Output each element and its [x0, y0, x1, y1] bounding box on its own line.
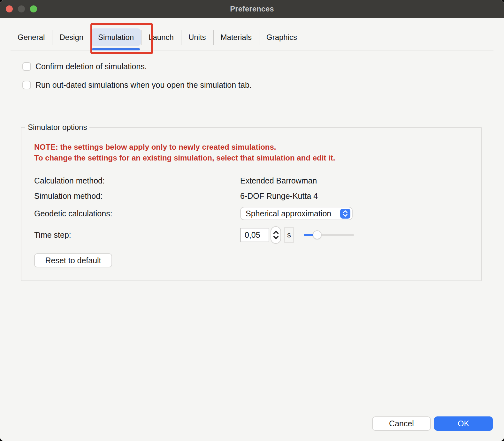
up-down-chevrons-icon [340, 209, 350, 219]
tab-general[interactable]: General [11, 28, 52, 46]
time-step-input[interactable] [240, 228, 269, 242]
run-outdated-row: Run out-dated simulations when you open … [22, 80, 504, 90]
tab-label: Simulation [98, 33, 134, 42]
cancel-button[interactable]: Cancel [372, 416, 431, 431]
slider-fill [304, 234, 314, 236]
confirm-deletion-checkbox[interactable] [22, 62, 31, 71]
option-rows: Calculation method: Extended Barrowman S… [34, 173, 468, 245]
run-outdated-checkbox[interactable] [22, 81, 31, 89]
tab-graphics[interactable]: Graphics [259, 28, 304, 46]
tab-bar: General Design Simulation Launch Units M… [11, 28, 504, 46]
simulation-method-value: 6-DOF Runge-Kutta 4 [240, 191, 468, 201]
note-line-1: NOTE: the settings below apply only to n… [34, 142, 468, 153]
time-step-spinner[interactable] [271, 226, 281, 244]
tab-units[interactable]: Units [181, 28, 213, 46]
preferences-window: Preferences General Design Simulation La… [0, 0, 504, 441]
chevron-up-icon[interactable] [273, 230, 279, 235]
confirm-deletion-row: Confirm deletion of simulations. [22, 62, 504, 71]
simulator-options-group: Simulator options NOTE: the settings bel… [21, 127, 482, 281]
slider-thumb[interactable] [313, 230, 322, 239]
simulation-method-row: Simulation method: 6-DOF Runge-Kutta 4 [34, 188, 468, 204]
geodetic-selected-value: Spherical approximation [246, 209, 331, 218]
time-step-label: Time step: [34, 230, 240, 240]
tab-label: Materials [221, 33, 252, 42]
run-outdated-label[interactable]: Run out-dated simulations when you open … [35, 80, 252, 90]
time-step-row: Time step: s [34, 225, 468, 245]
confirm-deletion-label[interactable]: Confirm deletion of simulations. [35, 62, 147, 71]
tab-label: Units [188, 33, 206, 42]
note-line-2: To change the settings for an existing s… [34, 153, 468, 163]
calculation-method-label: Calculation method: [34, 176, 240, 185]
geodetic-calculations-select[interactable]: Spherical approximation [240, 207, 353, 220]
time-step-unit-selector[interactable]: s [284, 227, 294, 243]
calculation-method-value: Extended Barrowman [240, 176, 468, 185]
tab-label: Design [59, 33, 83, 42]
tab-simulation[interactable]: Simulation [91, 28, 141, 46]
time-step-slider[interactable] [304, 230, 354, 239]
time-step-controls: s [240, 226, 468, 244]
calculation-method-row: Calculation method: Extended Barrowman [34, 173, 468, 188]
geodetic-calculations-row: Geodetic calculations: Spherical approxi… [34, 204, 468, 223]
simulation-method-label: Simulation method: [34, 191, 240, 201]
tab-launch[interactable]: Launch [141, 28, 181, 46]
reset-to-default-button[interactable]: Reset to default [34, 253, 112, 267]
geodetic-calculations-label: Geodetic calculations: [34, 209, 240, 218]
tab-label: General [18, 33, 45, 42]
window-title: Preferences [0, 4, 504, 13]
tab-label: Graphics [266, 33, 297, 42]
tab-design[interactable]: Design [52, 28, 90, 46]
tab-materials[interactable]: Materials [214, 28, 259, 46]
chevron-down-icon[interactable] [273, 235, 279, 240]
ok-button[interactable]: OK [434, 416, 493, 431]
tab-label: Launch [149, 33, 174, 42]
title-bar: Preferences [0, 0, 504, 18]
group-title: Simulator options [25, 123, 89, 132]
tab-bar-divider [11, 50, 493, 50]
